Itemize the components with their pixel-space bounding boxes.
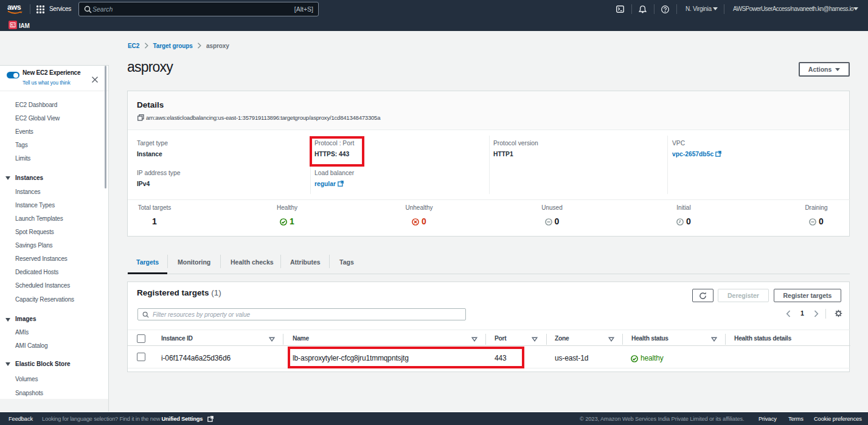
svg-text:aws: aws — [7, 3, 21, 12]
